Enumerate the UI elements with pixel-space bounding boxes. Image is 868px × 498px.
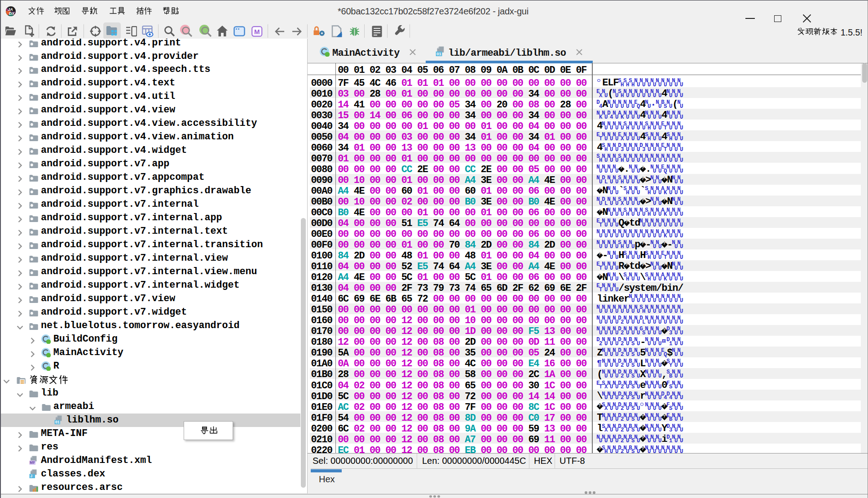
svg-text:DX: DX <box>9 11 15 16</box>
svg-text:M: M <box>254 28 260 36</box>
